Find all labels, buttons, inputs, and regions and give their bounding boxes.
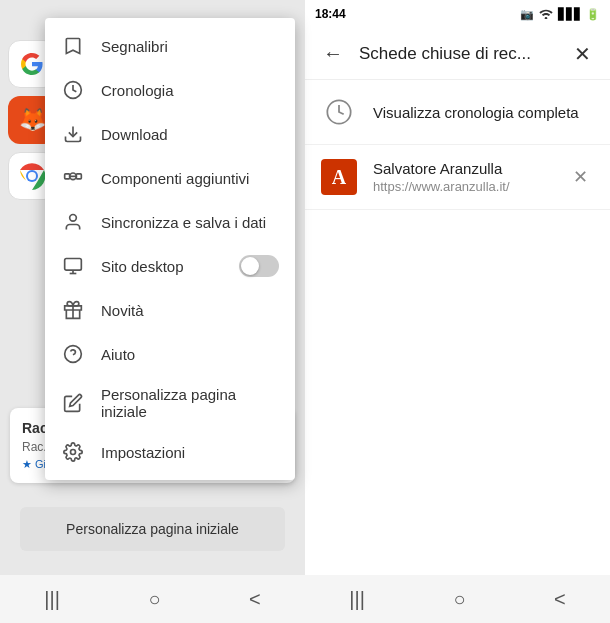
aiuto-label: Aiuto — [101, 346, 279, 363]
personalizza-icon — [61, 391, 85, 415]
close-button[interactable]: ✕ — [566, 38, 598, 70]
nav-back-right[interactable]: < — [554, 588, 566, 611]
wifi-icon — [538, 7, 554, 21]
signal-icon-right: ▋▋▋ — [558, 8, 582, 21]
aranzulla-logo-icon: A — [321, 159, 357, 195]
svg-point-14 — [545, 17, 548, 19]
menu-item-sito-desktop[interactable]: Sito desktop — [45, 244, 295, 288]
time-right: 18:44 — [315, 7, 346, 21]
back-button[interactable]: ← — [317, 38, 349, 70]
right-panel: 18:44 📷 ▋▋▋ 🔋 ← Schede chiuse di rec... … — [305, 0, 610, 623]
aranzulla-text: Salvatore Aranzulla https://www.aranzull… — [373, 160, 550, 194]
bottom-button-area: Personalizza pagina iniziale — [0, 487, 305, 571]
battery-icon-right: 🔋 — [586, 8, 600, 21]
menu-item-cronologia[interactable]: Cronologia — [45, 68, 295, 112]
nav-bar-right: ||| ○ < — [305, 575, 610, 623]
nav-home-right[interactable]: ○ — [453, 588, 465, 611]
sincronizza-label: Sincronizza e salva i dati — [101, 214, 279, 231]
status-icons-right: 📷 ▋▋▋ 🔋 — [520, 7, 600, 21]
impostazioni-label: Impostazioni — [101, 444, 279, 461]
dropdown-menu: Segnalibri Cronologia Download — [45, 18, 295, 480]
nav-bar-left: ||| ○ < — [0, 575, 305, 623]
nav-home-left[interactable]: ○ — [148, 588, 160, 611]
sito-desktop-icon — [61, 254, 85, 278]
menu-item-download[interactable]: Download — [45, 112, 295, 156]
menu-item-aiuto[interactable]: Aiuto — [45, 332, 295, 376]
download-icon — [61, 122, 85, 146]
menu-item-impostazioni[interactable]: Impostazioni — [45, 430, 295, 474]
visualizza-cronologia-item[interactable]: Visualizza cronologia completa — [305, 80, 610, 145]
aiuto-icon — [61, 342, 85, 366]
toolbar-title: Schede chiuse di rec... — [359, 44, 556, 64]
svg-point-13 — [71, 450, 76, 455]
componenti-label: Componenti aggiuntivi — [101, 170, 279, 187]
aranzulla-title: Salvatore Aranzulla — [373, 160, 550, 177]
sito-desktop-label: Sito desktop — [101, 258, 223, 275]
novita-icon — [61, 298, 85, 322]
nav-menu-right[interactable]: ||| — [349, 588, 365, 611]
visualizza-cronologia-title: Visualizza cronologia completa — [373, 104, 594, 121]
sito-desktop-toggle[interactable] — [239, 255, 279, 277]
personalizza-pagina-button[interactable]: Personalizza pagina iniziale — [20, 507, 285, 551]
svg-rect-8 — [65, 259, 82, 271]
toolbar: ← Schede chiuse di rec... ✕ — [305, 28, 610, 80]
nav-menu-left[interactable]: ||| — [44, 588, 60, 611]
svg-point-7 — [70, 215, 77, 222]
segnalibri-icon — [61, 34, 85, 58]
cronologia-label: Cronologia — [101, 82, 279, 99]
aranzulla-url: https://www.aranzulla.it/ — [373, 179, 550, 194]
sincronizza-icon — [61, 210, 85, 234]
segnalibri-label: Segnalibri — [101, 38, 279, 55]
nav-back-left[interactable]: < — [249, 588, 261, 611]
aranzulla-item: A Salvatore Aranzulla https://www.aranzu… — [305, 145, 610, 210]
cronologia-icon — [61, 78, 85, 102]
status-bar-right: 18:44 📷 ▋▋▋ 🔋 — [305, 0, 610, 28]
novita-label: Novità — [101, 302, 279, 319]
componenti-icon — [61, 166, 85, 190]
left-panel: 18:43 📷 ▋▋▋ 🔋 🦊 — [0, 0, 305, 623]
personalizza-label: Personalizza pagina iniziale — [101, 386, 279, 420]
menu-item-novita[interactable]: Novità — [45, 288, 295, 332]
menu-item-sincronizza[interactable]: Sincronizza e salva i dati — [45, 200, 295, 244]
download-label: Download — [101, 126, 279, 143]
menu-item-personalizza[interactable]: Personalizza pagina iniziale — [45, 376, 295, 430]
impostazioni-icon — [61, 440, 85, 464]
clock-icon — [321, 94, 357, 130]
visualizza-cronologia-text: Visualizza cronologia completa — [373, 104, 594, 121]
menu-item-componenti[interactable]: Componenti aggiuntivi — [45, 156, 295, 200]
aranzulla-close-button[interactable]: ✕ — [566, 163, 594, 191]
photo-icon-right: 📷 — [520, 8, 534, 21]
menu-item-segnalibri[interactable]: Segnalibri — [45, 24, 295, 68]
svg-point-2 — [28, 172, 36, 180]
content-area: Visualizza cronologia completa A Salvato… — [305, 80, 610, 575]
